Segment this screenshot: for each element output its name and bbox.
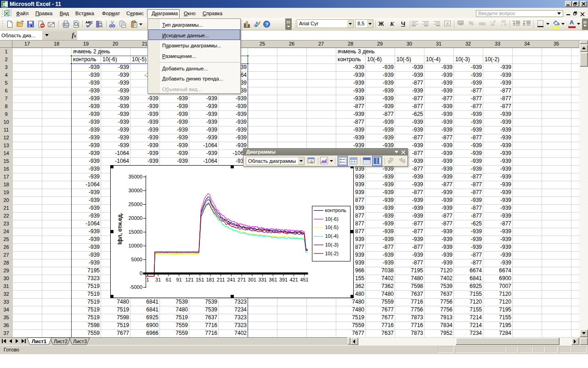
svg-text:30000: 30000 xyxy=(128,188,142,193)
svg-text:1: 1 xyxy=(146,277,149,282)
svg-text:61: 61 xyxy=(166,277,171,282)
svg-text:421: 421 xyxy=(290,277,298,282)
svg-text:271: 271 xyxy=(237,277,246,282)
svg-text:10(-3): 10(-3) xyxy=(325,242,339,247)
svg-text:181: 181 xyxy=(206,277,215,282)
svg-text:391: 391 xyxy=(279,277,288,282)
svg-text:331: 331 xyxy=(258,277,266,282)
svg-text:91: 91 xyxy=(176,277,182,282)
svg-text:5000: 5000 xyxy=(131,257,142,262)
svg-text:Лист1: Лист1 xyxy=(32,339,46,344)
svg-text:?: ? xyxy=(266,22,269,27)
svg-text:151: 151 xyxy=(196,277,204,282)
svg-text:Лист3: Лист3 xyxy=(73,339,87,344)
svg-text:20000: 20000 xyxy=(128,215,142,221)
svg-text:15000: 15000 xyxy=(128,229,142,235)
svg-text:10(-4): 10(-4) xyxy=(325,233,339,239)
svg-text:10(-2): 10(-2) xyxy=(325,251,339,256)
svg-text:241: 241 xyxy=(227,277,235,282)
svg-text:10(-6): 10(-6) xyxy=(325,216,339,222)
svg-text:31: 31 xyxy=(155,277,161,282)
svg-text:контроль: контроль xyxy=(325,207,347,213)
svg-text:25000: 25000 xyxy=(128,201,142,207)
svg-text:301: 301 xyxy=(248,277,256,282)
svg-text:211: 211 xyxy=(217,277,225,282)
svg-text:0: 0 xyxy=(140,270,142,276)
svg-text:10000: 10000 xyxy=(128,243,142,248)
svg-text:ABC: ABC xyxy=(85,20,93,24)
svg-text:Лист2: Лист2 xyxy=(54,339,68,344)
svg-text:Iфл, отн.ед.: Iфл, отн.ед. xyxy=(117,213,123,245)
svg-text:361: 361 xyxy=(269,277,277,282)
svg-text:-5000: -5000 xyxy=(130,284,142,290)
svg-text:121: 121 xyxy=(185,277,193,282)
svg-text:10(-5): 10(-5) xyxy=(325,224,339,230)
svg-text:35000: 35000 xyxy=(128,174,142,179)
svg-text:451: 451 xyxy=(300,277,308,282)
